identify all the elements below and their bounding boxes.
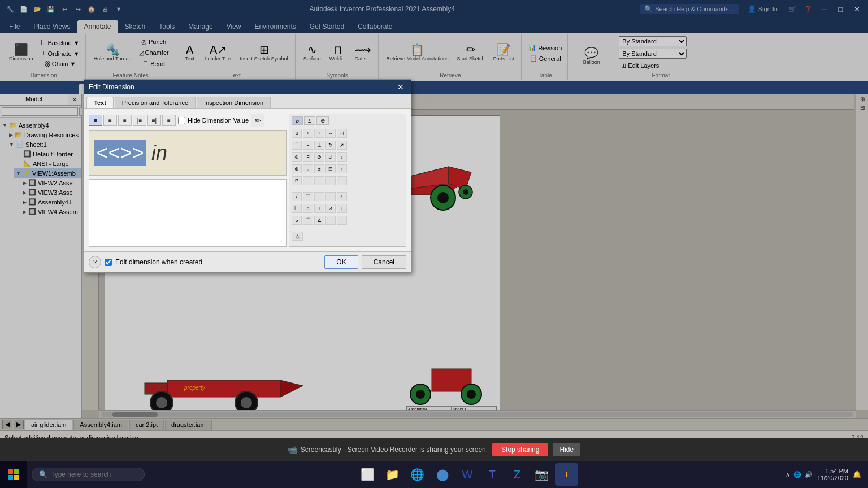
sym-btn-arrow2[interactable]: ↗ [337,141,347,150]
dialog-help-btn[interactable]: ? [89,256,101,268]
start-button[interactable] [0,461,27,488]
sym-btn-empty[interactable] [303,176,313,185]
sym-btn-a1[interactable]: / [292,192,302,201]
align-left-btn[interactable]: ≡ [89,115,102,126]
sym-btn-b3[interactable]: ± [314,204,324,213]
sym-btn-circle[interactable]: ○ [303,164,313,173]
hide-dim-checkbox[interactable] [178,117,185,124]
sym-btn-c2[interactable]: ⌒ [303,216,313,225]
sym-btn-a4[interactable]: □ [326,192,336,201]
time: 1:54 PM [817,468,848,474]
text-input-area[interactable] [89,179,287,247]
edit-when-created-label: Edit dimension when created [115,258,202,266]
hide-button[interactable]: Hide [553,443,580,456]
sym-btn-perp[interactable]: ⊥ [314,141,324,150]
align-right2-btn[interactable]: ≡| [147,115,161,126]
sym-btn-updown[interactable]: ↕ [337,152,347,162]
sym-btn-a3[interactable]: — [314,192,324,201]
taskview-btn[interactable]: ⬜ [357,463,379,486]
sym-btn-dashend[interactable]: ⊣ [337,129,347,138]
screencast-bar: 📹 Screencastify - Screen Video Recorder … [0,438,868,461]
text-highlight: <<>> [94,140,146,166]
teams-btn[interactable]: T [481,463,504,486]
sym-btn-b2[interactable]: ○ [303,204,313,213]
taskbar-search-input[interactable] [51,470,136,478]
dialog-left: ≡ ≡ ≡ |≡ ≡| ≡ Hide Dimension Value ✏ [89,114,287,247]
dialog-close-btn[interactable]: ✕ [395,82,406,91]
pencil-btn[interactable]: ✏ [251,114,264,127]
sym-spacer2 [292,228,403,230]
sym-btn-empty4[interactable] [337,176,347,185]
modal-overlay: Edit Dimension ✕ Text Precision and Tole… [0,0,868,488]
screencast-text: Screencastify - Screen Video Recorder is… [301,446,488,454]
sym-btn-c1[interactable]: 5 [292,216,302,225]
sym-btn-c4[interactable] [326,216,336,225]
sym-btn-diameter[interactable]: ⌀ [292,129,302,138]
dialog-ok-btn[interactable]: OK [324,255,358,269]
sym-group-tabs: ⌀ ± ⊕ [292,116,403,125]
sym-btn-circ[interactable]: ↻ [326,141,336,150]
zoom-btn[interactable]: Z [506,463,528,486]
sym-btn-plus2[interactable]: ± [314,164,324,173]
sym-btn-m[interactable]: ⊕ [292,164,302,173]
edit-when-created-checkbox[interactable] [105,259,112,266]
tray-network[interactable]: 🌐 [793,471,801,478]
align-justify-btn[interactable]: ≡ [162,115,176,126]
sym-btn-slash-circle[interactable]: ⊘ [314,152,324,162]
sym-btn-c3[interactable]: ∠ [314,216,324,225]
sym-tab-1[interactable]: ⌀ [292,116,303,125]
align-right-btn[interactable]: ≡ [118,115,132,126]
sym-btn-circle-dot[interactable]: ⊙ [292,152,302,162]
sym-btn-a2[interactable]: ⌒ [303,192,313,201]
tray-arrow[interactable]: ∧ [785,471,790,478]
sym-btn-d1[interactable]: △ [292,232,303,241]
word-btn[interactable]: W [456,463,479,486]
sym-btn-up[interactable]: ↑ [337,164,347,173]
search-icon-taskbar: 🔍 [39,470,47,478]
dialog-cancel-btn[interactable]: Cancel [362,255,406,269]
sym-tab-2[interactable]: ± [304,116,315,125]
align-center-btn[interactable]: ≡ [103,115,117,126]
sym-row-7: ⊢ ○ ± ⊿ ↓ [292,204,403,213]
chrome-btn[interactable]: ⬤ [431,463,454,486]
sym-btn-arc1[interactable]: ⌒ [292,141,302,150]
sym-btn-p[interactable]: P [292,176,302,185]
sym-btn-f[interactable]: F [303,152,313,162]
align-left2-btn[interactable]: |≡ [133,115,146,126]
dialog-tab-inspection[interactable]: Inspection Dimension [197,97,271,108]
file-explorer-btn[interactable]: 📁 [381,463,404,486]
svg-rect-25 [8,475,13,480]
notification-btn[interactable]: 🔔 [853,470,861,478]
sym-btn-slash2[interactable]: ⊟ [326,164,336,173]
sym-btn-b5[interactable]: ↓ [337,204,347,213]
search-box[interactable]: 🔍 [32,468,145,481]
dialog-tab-precision[interactable]: Precision and Tolerance [115,97,196,108]
sym-btn-cross[interactable]: + [314,129,324,138]
inventor-btn[interactable]: I [555,463,578,486]
sym-btn-arc2[interactable]: ⌢ [303,141,313,150]
sym-row-5: P [292,176,403,185]
sym-btn-lrarrow[interactable]: ↔ [326,129,336,138]
sym-btn-empty3[interactable] [326,176,336,185]
sym-btn-b1[interactable]: ⊢ [292,204,302,213]
video-btn[interactable]: 📷 [531,463,553,486]
browser-btn[interactable]: 🌐 [406,463,429,486]
sym-btn-c5[interactable] [337,216,347,225]
sym-spacer [292,188,403,190]
sym-btn-plus[interactable]: + [303,129,313,138]
svg-rect-24 [14,469,19,474]
align-toolbar: ≡ ≡ ≡ |≡ ≡| ≡ [89,115,176,126]
sym-btn-cf[interactable]: cf [326,152,336,162]
dialog-body: ≡ ≡ ≡ |≡ ≡| ≡ Hide Dimension Value ✏ [84,109,411,251]
sym-btn-b4[interactable]: ⊿ [326,204,336,213]
clock[interactable]: 1:54 PM 11/20/2020 [817,468,848,481]
sym-tab-3[interactable]: ⊕ [316,116,329,125]
tray-sound[interactable]: 🔊 [805,471,813,478]
sym-btn-empty2[interactable] [314,176,324,185]
sym-btn-a5[interactable]: ↑ [337,192,347,201]
windows-logo [8,469,19,480]
dialog-tab-text[interactable]: Text [86,97,114,108]
stop-sharing-button[interactable]: Stop sharing [492,443,548,456]
taskbar-icons: ⬜ 📁 🌐 ⬤ W T Z 📷 I [149,463,785,486]
edit-dimension-dialog: Edit Dimension ✕ Text Precision and Tole… [84,79,411,273]
